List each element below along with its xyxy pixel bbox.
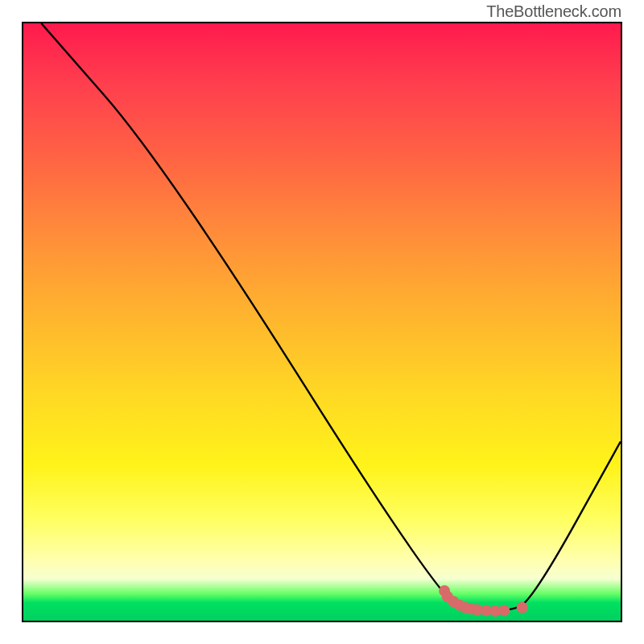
attribution-text: TheBottleneck.com [486,2,621,21]
chart-curve-layer [23,23,621,621]
chart-frame [22,22,622,622]
bottleneck-curve [41,23,621,612]
marker-dot [498,605,510,616]
marker-dot [517,602,528,613]
optimal-range-markers [439,585,528,617]
